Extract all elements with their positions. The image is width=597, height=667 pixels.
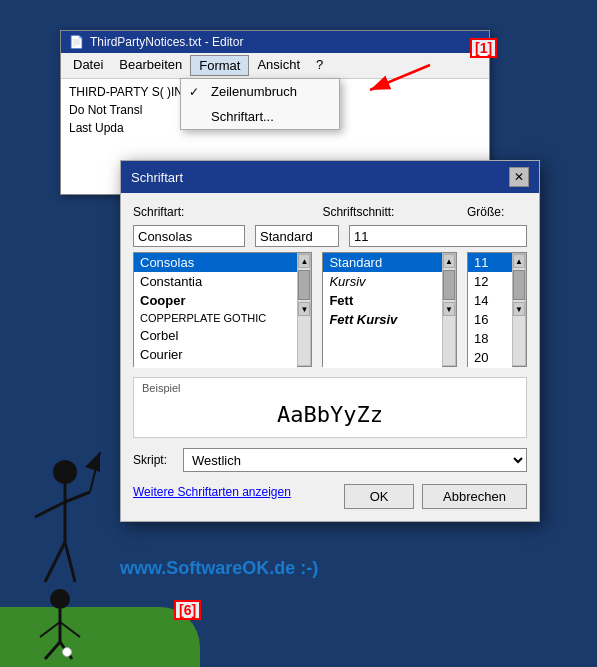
menu-help[interactable]: ? — [308, 55, 331, 76]
scroll-down[interactable]: ▼ — [443, 302, 455, 316]
scroll-up[interactable]: ▲ — [513, 254, 525, 268]
list-item[interactable]: Fett — [323, 291, 442, 310]
ok-button[interactable]: OK — [344, 484, 414, 509]
notepad-title: ThirdPartyNotices.txt - Editor — [90, 35, 243, 49]
annotation-1: [1] — [470, 38, 497, 58]
groesse-list-items: 11 12 14 16 18 20 22 — [468, 253, 512, 368]
schriftart-scrollbar[interactable]: ▲ ▼ — [297, 253, 311, 366]
svg-line-15 — [370, 65, 430, 90]
svg-line-3 — [65, 492, 90, 502]
list-item[interactable]: 14 — [468, 291, 512, 310]
watermark: www.SoftwareOK.de :-) — [120, 558, 318, 579]
schriftart-input[interactable] — [133, 225, 245, 247]
svg-line-2 — [35, 502, 65, 517]
menu-item-schriftart-label: Schriftart... — [211, 109, 274, 124]
menu-item-zeilenumbruch-label: Zeilenumbruch — [211, 84, 297, 99]
list-item[interactable]: Cooper — [134, 291, 297, 310]
scroll-up[interactable]: ▲ — [298, 254, 310, 268]
list-item[interactable]: 22 — [468, 367, 512, 368]
svg-point-8 — [50, 589, 70, 609]
groesse-label: Größe: — [467, 205, 527, 219]
mehr-schriftarten-link[interactable]: Weitere Schriftarten anzeigen — [133, 485, 291, 499]
dialog-buttons: OK Abbrechen — [344, 484, 527, 509]
beispiel-label: Beispiel — [142, 382, 518, 394]
skript-select[interactable]: Westlich — [183, 448, 527, 472]
scroll-thumb[interactable] — [298, 270, 310, 300]
schriftschnitt-list-items: Standard Kursiv Fett Fett Kursiv — [323, 253, 442, 368]
svg-line-4 — [45, 542, 65, 582]
notepad-icon: 📄 — [69, 35, 84, 49]
list-item[interactable]: 11 — [468, 253, 512, 272]
stickman-decoration-2 — [30, 587, 90, 662]
list-item[interactable]: 20 — [468, 348, 512, 367]
schriftart-label: Schriftart: — [133, 205, 312, 219]
schriftschnitt-input[interactable] — [255, 225, 339, 247]
list-item[interactable]: Kursiv — [323, 272, 442, 291]
svg-marker-7 — [85, 452, 100, 472]
list-item[interactable]: COPPERPLATE GOTHIC — [134, 310, 297, 326]
schriftart-list-items: Consolas Constantia Cooper COPPERPLATE G… — [134, 253, 297, 368]
groesse-list: 11 12 14 16 18 20 22 ▲ ▼ — [467, 252, 527, 367]
list-item[interactable]: Fett Kursiv — [323, 310, 442, 329]
skript-row: Skript: Westlich — [133, 448, 527, 472]
schriftschnitt-list: Standard Kursiv Fett Fett Kursiv ▲ ▼ — [322, 252, 457, 367]
groesse-scrollbar[interactable]: ▲ ▼ — [512, 253, 526, 366]
schriftart-list: Consolas Constantia Cooper COPPERPLATE G… — [133, 252, 312, 367]
notepad-titlebar: 📄 ThirdPartyNotices.txt - Editor — [61, 31, 489, 53]
golf-ball — [62, 647, 72, 657]
svg-line-11 — [60, 622, 80, 637]
menu-datei[interactable]: Datei — [65, 55, 111, 76]
scroll-thumb[interactable] — [513, 270, 525, 300]
cancel-button[interactable]: Abbrechen — [422, 484, 527, 509]
skript-label: Skript: — [133, 453, 173, 467]
menu-ansicht[interactable]: Ansicht — [249, 55, 308, 76]
menu-item-zeilenumbruch[interactable]: ✓ Zeilenumbruch — [181, 79, 339, 104]
beispiel-preview: AaBbYyZz — [142, 396, 518, 433]
scroll-thumb[interactable] — [443, 270, 455, 300]
beispiel-section: Beispiel AaBbYyZz — [133, 377, 527, 438]
list-item[interactable]: Courier — [134, 345, 297, 364]
list-item[interactable]: 16 — [468, 310, 512, 329]
dialog-footer: Weitere Schriftarten anzeigen OK Abbrech… — [133, 484, 527, 509]
menu-format[interactable]: Format — [190, 55, 249, 76]
dialog-title: Schriftart — [131, 170, 183, 185]
list-item[interactable]: Consolas — [134, 253, 297, 272]
annotation-6: [6] — [174, 600, 201, 620]
menu-item-schriftart[interactable]: Schriftart... — [181, 104, 339, 129]
groesse-input[interactable] — [349, 225, 527, 247]
svg-line-12 — [45, 642, 60, 659]
dialog-close-button[interactable]: ✕ — [509, 167, 529, 187]
scroll-down[interactable]: ▼ — [513, 302, 525, 316]
checkmark-icon: ✓ — [189, 85, 199, 99]
svg-line-5 — [65, 542, 75, 582]
list-item[interactable]: 12 — [468, 272, 512, 291]
list-item[interactable]: Corbel — [134, 326, 297, 345]
format-dropdown-menu: ✓ Zeilenumbruch Schriftart... — [180, 78, 340, 130]
dialog-body: Schriftart: Schriftschnitt: Größe: — [121, 193, 539, 521]
schriftschnitt-label: Schriftschnitt: — [322, 205, 457, 219]
svg-point-0 — [53, 460, 77, 484]
svg-line-10 — [40, 622, 60, 637]
menu-bearbeiten[interactable]: Bearbeiten — [111, 55, 190, 76]
schriftart-dialog: Schriftart ✕ Schriftart: Schriftschnitt:… — [120, 160, 540, 522]
red-arrow — [340, 60, 440, 110]
list-item[interactable]: Constantia — [134, 272, 297, 291]
scroll-down[interactable]: ▼ — [298, 302, 310, 316]
list-item[interactable]: 18 — [468, 329, 512, 348]
schriftschnitt-scrollbar[interactable]: ▲ ▼ — [442, 253, 456, 366]
scroll-up[interactable]: ▲ — [443, 254, 455, 268]
list-item[interactable]: Standard — [323, 253, 442, 272]
dialog-titlebar: Schriftart ✕ — [121, 161, 539, 193]
